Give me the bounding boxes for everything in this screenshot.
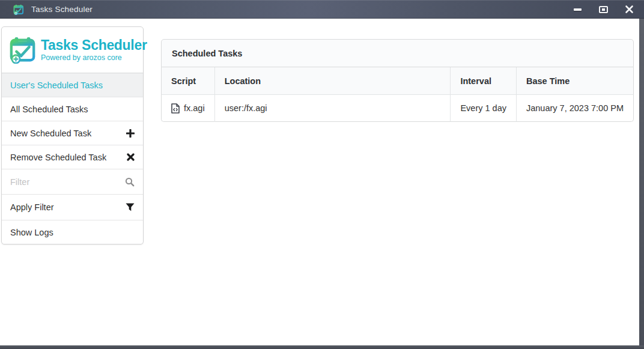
window-frame-bottom-edge [0, 345, 644, 349]
sidebar-item-remove-scheduled-task[interactable]: Remove Scheduled Task [2, 145, 143, 169]
minimize-icon [574, 8, 582, 11]
close-icon [625, 5, 634, 14]
titlebar: Tasks Scheduler [0, 0, 644, 19]
sidebar-item-label: All Scheduled Tasks [10, 105, 88, 114]
window-controls [568, 2, 638, 17]
column-header-interval: Interval [451, 67, 517, 95]
sidebar-item-label: User's Scheduled Tasks [10, 80, 103, 90]
sidebar-menu: Tasks Scheduler Powered by arozos core U… [1, 26, 144, 244]
column-header-script: Script [161, 67, 215, 95]
maximize-button[interactable] [594, 2, 612, 17]
column-header-location: Location [215, 67, 451, 95]
script-name: fx.agi [184, 103, 205, 113]
table-header-row: Script Location Interval Base Time [161, 67, 634, 95]
search-icon [125, 177, 135, 187]
sidebar-item-label: Show Logs [10, 228, 53, 237]
content-area: Tasks Scheduler Powered by arozos core U… [0, 19, 639, 345]
app-calendar-icon [13, 4, 24, 15]
minimize-button[interactable] [568, 2, 586, 17]
sidebar-item-label: New Scheduled Task [10, 129, 91, 138]
file-code-icon [171, 103, 180, 114]
base-time-cell: January 7, 2023 7:00 PM [517, 95, 634, 122]
cross-icon [127, 153, 135, 161]
table-row[interactable]: fx.agi user:/fx.agi Every 1 day January … [161, 95, 634, 122]
logo-title: Tasks Scheduler [41, 38, 147, 52]
panel-title: Scheduled Tasks [161, 39, 634, 67]
close-button[interactable] [620, 2, 638, 17]
scheduled-tasks-table: Script Location Interval Base Time [161, 67, 634, 122]
app-logo: Tasks Scheduler Powered by arozos core [2, 27, 143, 73]
window-title: Tasks Scheduler [31, 5, 93, 14]
app-window: Tasks Scheduler [0, 0, 644, 349]
scheduled-tasks-panel: Scheduled Tasks Script Location Interval… [161, 39, 634, 122]
sidebar-item-apply-filter[interactable]: Apply Filter [2, 194, 143, 220]
column-header-base-time: Base Time [517, 67, 634, 95]
sidebar-item-users-scheduled-tasks[interactable]: User's Scheduled Tasks [2, 73, 143, 97]
filter-field-row [2, 169, 143, 194]
sidebar-item-all-scheduled-tasks[interactable]: All Scheduled Tasks [2, 97, 143, 121]
logo-subtitle: Powered by arozos core [41, 54, 147, 62]
sidebar-item-new-scheduled-task[interactable]: New Scheduled Task [2, 121, 143, 145]
logo-text: Tasks Scheduler Powered by arozos core [41, 38, 147, 62]
sidebar-item-show-logs[interactable]: Show Logs [2, 220, 143, 244]
interval-cell: Every 1 day [451, 95, 517, 122]
maximize-icon [599, 6, 608, 13]
location-cell: user:/fx.agi [215, 95, 451, 122]
window-frame-right-edge [639, 19, 644, 345]
funnel-icon [126, 203, 135, 211]
plus-icon [126, 129, 135, 138]
calendar-check-plus-icon [9, 36, 37, 64]
filter-input[interactable] [10, 177, 125, 187]
sidebar-item-label: Apply Filter [10, 202, 54, 212]
script-cell: fx.agi [161, 95, 215, 122]
sidebar-item-label: Remove Scheduled Task [10, 153, 106, 162]
